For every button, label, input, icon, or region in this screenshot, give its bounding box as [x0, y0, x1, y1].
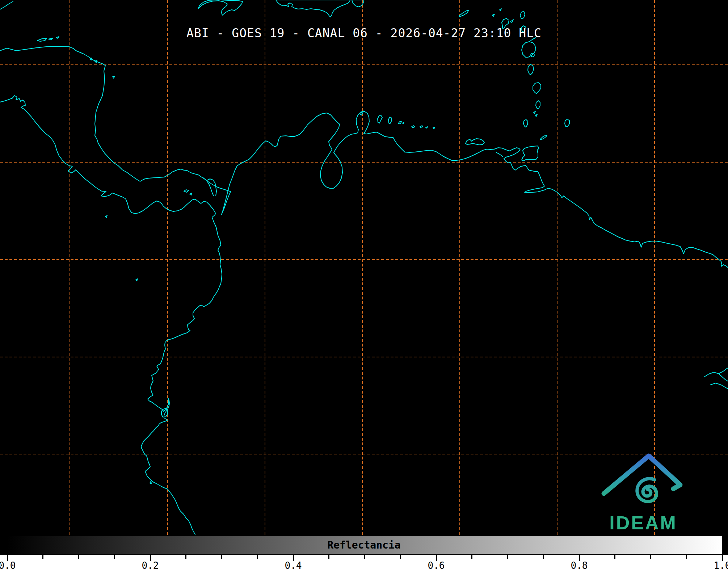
- coastline-essequibo-rivers: [704, 368, 728, 389]
- coastline-los-roques: [412, 126, 435, 129]
- colorbar-minor-tick: [650, 555, 651, 559]
- colorbar-minor-tick: [471, 555, 472, 559]
- coastline-miskito-cays: [90, 58, 115, 78]
- coastline-top-left-corner-coast: [0, 1, 13, 9]
- coastline-las-aves: [398, 122, 404, 124]
- coastline-puna-island: [161, 408, 168, 417]
- colorbar-tick-label: 0.8: [565, 560, 594, 571]
- coastline-grenada: [523, 119, 528, 127]
- image-title: ABI - GOES 19 - CANAL 06 - 2026-04-27 23…: [0, 26, 728, 40]
- coastline-pearl-islands: [184, 190, 192, 195]
- colorbar-minor-tick: [42, 555, 43, 559]
- coastline-pacific-islets: [105, 215, 151, 484]
- ideam-logo-graphic: [604, 456, 680, 501]
- colorbar-label: Reflectancia: [0, 539, 728, 551]
- coastline-ne-tiny-islets: [492, 9, 501, 16]
- coastline-caribbean-mainland-coast: [0, 46, 728, 268]
- coastline-top-island-mid: [276, 0, 350, 17]
- colorbar-minor-tick: [364, 555, 365, 559]
- colorbar-tick-label: 1.0: [708, 560, 728, 571]
- coastline-grenadines-blob: [533, 83, 541, 93]
- colorbar-minor-tick: [114, 555, 115, 559]
- coastline-paria-fringe: [496, 152, 503, 157]
- latlon-gridlines: [0, 0, 728, 535]
- coastline-tobago: [540, 135, 547, 140]
- colorbar-tick-label: 0.4: [279, 560, 308, 571]
- coastline-grenadine-dots: [534, 112, 537, 117]
- coastline-margarita: [466, 139, 484, 145]
- ideam-logo-text: IDEAM: [598, 512, 689, 534]
- coastline-pacific-coast: [0, 96, 222, 534]
- coastline-trinidad: [522, 146, 539, 161]
- coastline-curacao: [378, 115, 382, 123]
- colorbar-minor-tick: [614, 555, 615, 559]
- satellite-map: [0, 0, 728, 535]
- colorbar-minor-tick: [185, 555, 186, 559]
- colorbar-minor-tick: [686, 555, 687, 559]
- colorbar-tick-label: 0.6: [422, 560, 451, 571]
- coastline-blanquilla-sliver: [459, 10, 469, 17]
- logo-roof-icon: [604, 456, 680, 494]
- colorbar-tick-label: 0.0: [0, 560, 22, 571]
- colorbar-minor-tick: [221, 555, 222, 559]
- satellite-image-viewport: ABI - GOES 19 - CANAL 06 - 2026-04-27 23…: [0, 0, 728, 571]
- colorbar-tick-label: 0.2: [136, 560, 165, 571]
- colorbar-minor-tick: [507, 555, 508, 559]
- colorbar-minor-tick: [400, 555, 401, 559]
- coastline-top-island-west: [198, 0, 243, 15]
- colorbar-minor-tick: [78, 555, 79, 559]
- colorbar-minor-tick: [543, 555, 544, 559]
- logo-hurricane-spiral-icon: [637, 479, 657, 501]
- colorbar-minor-tick: [257, 555, 258, 559]
- coastline-st-lucia: [522, 38, 536, 57]
- coastline-st-vincent: [528, 64, 534, 75]
- coastline-barbados: [565, 119, 569, 127]
- coastline-bonaire: [388, 117, 392, 124]
- coastline-grenadines-oval: [536, 101, 540, 109]
- coastline-uraba-atrato: [203, 177, 216, 196]
- coastline-antilles-north-1: [520, 11, 525, 19]
- colorbar-minor-tick: [328, 555, 329, 559]
